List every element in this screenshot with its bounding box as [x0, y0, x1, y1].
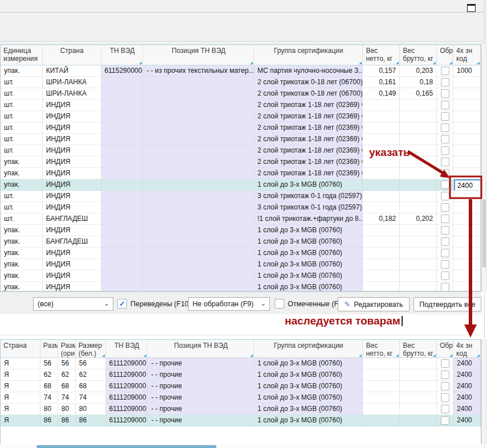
status-filter-select[interactable]: Не обработан (F9) ⌄ [188, 297, 270, 311]
row-checkbox[interactable] [441, 124, 449, 132]
column-header-processed[interactable]: Обр [437, 45, 453, 65]
table-row[interactable]: шт.ИНДИЯ2 слой триотаж 1-18 лет (02369) … [1, 111, 481, 122]
cell-obr [437, 392, 453, 404]
table-row[interactable]: шт.ИНДИЯ2 слой триотаж 1-18 лет (02369) … [1, 122, 481, 134]
row-checkbox[interactable] [441, 203, 449, 212]
row-checkbox[interactable] [441, 146, 449, 155]
upper-vertical-scrollbar[interactable] [481, 44, 486, 291]
cell-tnved [101, 248, 144, 259]
column-header-certgroup[interactable]: Группа сертификации [254, 340, 363, 358]
cell-code [453, 236, 481, 248]
row-checkbox[interactable] [441, 226, 449, 235]
scrollbar-thumb[interactable] [482, 199, 486, 268]
cell-gross [400, 202, 437, 213]
maximize-window-icon[interactable] [467, 4, 476, 12]
row-checkbox[interactable] [441, 112, 449, 121]
cell-obr [437, 65, 453, 77]
row-checkbox[interactable] [441, 215, 449, 223]
table-row[interactable]: упак.КИТАЙ6115290000- - из прочих тексти… [1, 65, 481, 77]
row-checkbox[interactable] [441, 260, 449, 269]
table-row[interactable]: упак.ИНДИЯ1 слой до 3-х MGB (00760) [1, 225, 481, 236]
row-checkbox[interactable] [441, 405, 449, 413]
column-header-unit[interactable]: Единица измерения [1, 45, 43, 65]
cell-country: Я [1, 381, 40, 392]
column-header-net-weight[interactable]: Вес нетто, кг [363, 340, 400, 358]
cell-tnved [101, 259, 144, 270]
table-row[interactable]: шт.ШРИ-ЛАНКА2 слой трикотаж 0-18 лет (06… [1, 77, 481, 88]
confirm-all-button[interactable]: Подтвердить все [414, 297, 481, 311]
row-checkbox[interactable] [441, 180, 449, 189]
table-row[interactable]: Я7474746111209000- - прочие1 слой до 3-х… [1, 392, 481, 404]
cell-tnved [101, 179, 144, 191]
table-row[interactable]: Я5656566111209000- - прочие1 слой до 3-х… [1, 358, 481, 369]
row-checkbox[interactable] [441, 382, 449, 391]
row-checkbox[interactable] [441, 158, 449, 166]
edit-button-label: Редактировать [354, 301, 403, 309]
cell-obr [437, 179, 453, 191]
column-header-net-weight[interactable]: Вес нетто, кг [363, 45, 400, 65]
lower-vertical-scrollbar[interactable] [481, 339, 486, 445]
cell-code [453, 282, 481, 291]
column-header-code4[interactable]: 4х зн код [453, 340, 481, 358]
table-row[interactable]: шт.ИНДИЯ2 слой триотаж 1-18 лет (02369) … [1, 100, 481, 111]
row-checkbox[interactable] [441, 192, 449, 200]
cell-cert: МС партия чулочно-носочные З... [254, 65, 363, 77]
column-header-country[interactable]: Страна [1, 340, 40, 358]
code-editor-input[interactable] [454, 179, 481, 191]
row-checkbox[interactable] [441, 101, 449, 109]
row-checkbox[interactable] [441, 272, 449, 280]
table-row[interactable]: шт.ИНДИЯ3 слой трикотаж 0-1 года (02597)… [1, 191, 481, 202]
column-header-position[interactable]: Позиция ТН ВЭД [148, 340, 254, 358]
row-checkbox[interactable] [441, 135, 449, 143]
table-row[interactable]: упак.ИНДИЯ1 слой до 3-х MGB (00760) [1, 259, 481, 270]
row-checkbox[interactable] [441, 371, 449, 379]
row-checkbox[interactable] [441, 416, 449, 425]
cell-cert: 1 слой до 3-х MGB (00760) [254, 236, 363, 248]
row-checkbox[interactable] [441, 67, 449, 75]
column-header-size[interactable]: Разм [40, 340, 58, 358]
table-row[interactable]: упак.ИНДИЯ1 слой до 3-х MGB (00760) [1, 282, 481, 291]
column-header-country[interactable]: Страна [43, 45, 101, 65]
table-row[interactable]: Я8080806111209000- - прочие1 слой до 3-х… [1, 404, 481, 415]
row-checkbox[interactable] [441, 169, 449, 178]
cell-tnved: 6111209000 [106, 369, 148, 381]
column-header-certgroup[interactable]: Группа сертификации [254, 45, 363, 65]
table-row[interactable]: упак.ИНДИЯ2 слой триотаж 1-18 лет (02369… [1, 168, 481, 179]
row-checkbox[interactable] [441, 283, 449, 291]
table-row[interactable]: шт.ШРИ-ЛАНКА2 слой трикотаж 0-18 лет (06… [1, 88, 481, 100]
table-row[interactable]: шт.ИНДИЯ2 слой триотаж 1-18 лет (02369) … [1, 134, 481, 145]
table-row[interactable]: Я6262626111209000- - прочие1 слой до 3-х… [1, 369, 481, 381]
table-row[interactable]: упак.ИНДИЯ1 слой до 3-х MGB (00760) [1, 270, 481, 282]
column-header-processed[interactable]: Обр [437, 340, 453, 358]
column-header-gross-weight[interactable]: Вес брутто, кг [400, 340, 437, 358]
column-header-size-bel[interactable]: Размер (бел.) [76, 340, 106, 358]
translated-checkbox[interactable]: ✓ [117, 299, 127, 309]
marked-checkbox[interactable] [275, 299, 284, 309]
column-header-code4[interactable]: 4х зн код [453, 45, 481, 65]
column-header-size-orig[interactable]: Разм (ори [58, 340, 76, 358]
table-row[interactable]: шт.БАНГЛАДЕШ!1 слой трикотаж.+фартуки до… [1, 213, 481, 225]
cell-obr [437, 157, 453, 168]
table-row[interactable]: Я6868686111209000- - прочие1 слой до 3-х… [1, 381, 481, 392]
horizontal-scrollbar[interactable] [0, 444, 481, 448]
table-row[interactable]: упак.ИНДИЯ1 слой до 3-х MGB (00760) [1, 179, 481, 191]
row-checkbox[interactable] [441, 78, 449, 87]
row-checkbox[interactable] [441, 237, 449, 246]
row-checkbox[interactable] [441, 359, 449, 368]
filter-all-select[interactable]: (все) ⌄ [33, 297, 113, 311]
edit-button[interactable]: ✎ Редактировать [338, 297, 410, 311]
column-header-tnved[interactable]: ТН ВЭД [106, 340, 148, 358]
column-header-gross-weight[interactable]: Вес брутто, кг [400, 45, 437, 65]
table-row[interactable]: упак.ИНДИЯ1 слой до 3-х MGB (00760) [1, 248, 481, 259]
row-checkbox[interactable] [441, 393, 449, 402]
column-header-position[interactable]: Позиция ТН ВЭД [143, 45, 254, 65]
row-checkbox[interactable] [441, 249, 449, 257]
column-header-tnved[interactable]: ТН ВЭД [101, 45, 144, 65]
row-checkbox[interactable] [441, 89, 449, 98]
table-row[interactable]: шт.ИНДИЯ3 слой трикотаж 0-1 года (02597)… [1, 202, 481, 213]
cell-tnved [101, 225, 144, 236]
scrollbar-thumb[interactable] [36, 445, 216, 448]
cell-country: ИНДИЯ [43, 282, 101, 291]
table-row[interactable]: упак.БАНГЛАДЕШ1 слой до 3-х MGB (00760) [1, 236, 481, 248]
table-row[interactable]: Я8686866111209000- - прочие1 слой до 3-х… [1, 415, 481, 426]
